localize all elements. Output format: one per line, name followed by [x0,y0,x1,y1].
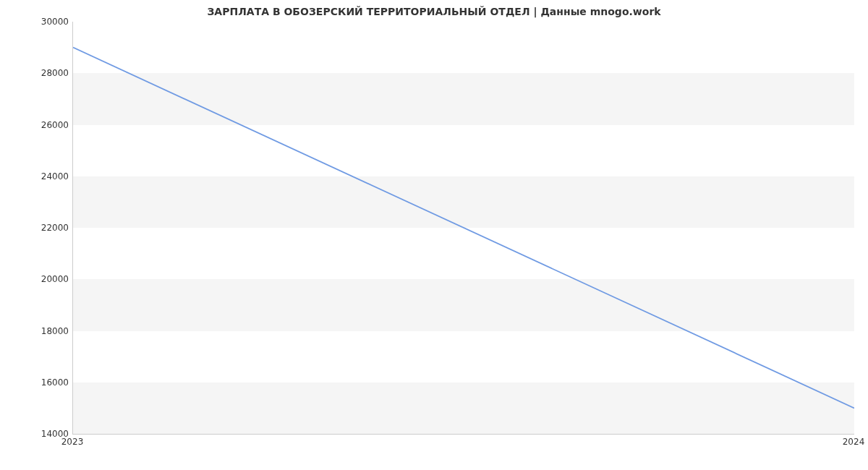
y-tick-label: 24000 [4,171,69,181]
y-tick-label: 28000 [4,68,69,78]
line-chart: ЗАРПЛАТА В ОБОЗЕРСКИЙ ТЕРРИТОРИАЛЬНЫЙ ОТ… [0,0,868,463]
y-tick-label: 18000 [4,326,69,336]
y-tick-label: 20000 [4,274,69,284]
y-tick-label: 16000 [4,377,69,388]
plot-area [72,22,854,435]
y-tick-label: 30000 [4,17,69,27]
y-tick-label: 22000 [4,223,69,233]
x-tick-label: 2024 [843,437,865,447]
y-tick-label: 14000 [4,429,69,439]
y-tick-label: 26000 [4,120,69,130]
x-tick-label: 2023 [61,437,84,447]
chart-title: ЗАРПЛАТА В ОБОЗЕРСКИЙ ТЕРРИТОРИАЛЬНЫЙ ОТ… [0,6,868,17]
series-line [73,22,854,434]
